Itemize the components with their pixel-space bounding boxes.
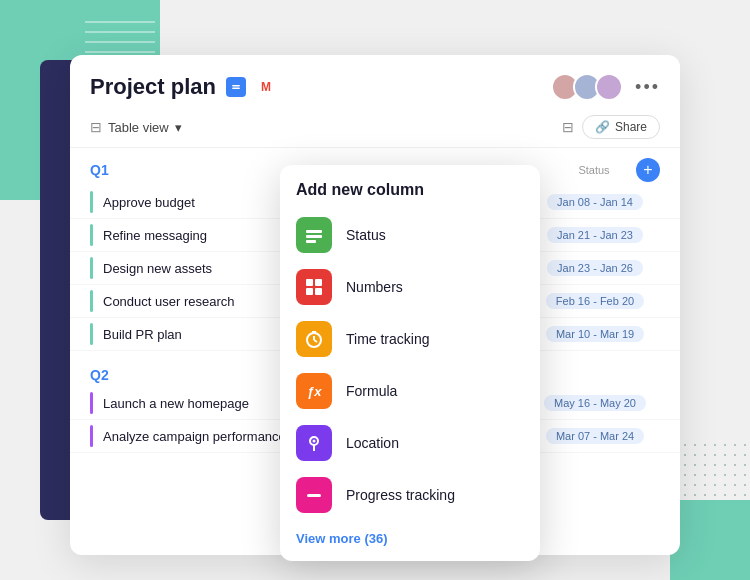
- dropdown-item-progress-tracking[interactable]: Progress tracking: [280, 469, 540, 521]
- formula-label: Formula: [346, 383, 397, 399]
- share-label: Share: [615, 120, 647, 134]
- asana-icon: [226, 77, 246, 97]
- task-timeline: Feb 16 - Feb 20: [530, 293, 660, 309]
- location-label: Location: [346, 435, 399, 451]
- row-border: [90, 290, 93, 312]
- status-icon: [296, 217, 332, 253]
- row-border: [90, 392, 93, 414]
- time-tracking-label: Time tracking: [346, 331, 430, 347]
- timeline-chip: May 16 - May 20: [544, 395, 646, 411]
- svg-line-17: [314, 340, 317, 342]
- task-timeline: May 16 - May 20: [530, 395, 660, 411]
- table-view-selector[interactable]: ⊟ Table view ▾: [90, 119, 182, 135]
- row-border: [90, 425, 93, 447]
- header: Project plan M •••: [70, 55, 680, 111]
- dropdown-item-formula[interactable]: ƒx Formula: [280, 365, 540, 417]
- svg-rect-7: [232, 88, 240, 90]
- row-border: [90, 191, 93, 213]
- svg-text:ƒx: ƒx: [307, 384, 322, 399]
- svg-point-21: [313, 440, 316, 443]
- time-tracking-icon: [296, 321, 332, 357]
- toolbar: ⊟ Table view ▾ ⊟ 🔗 Share: [70, 111, 680, 148]
- numbers-icon: [296, 269, 332, 305]
- header-left: Project plan M: [90, 74, 276, 100]
- svg-rect-9: [306, 235, 322, 238]
- dropdown-item-status[interactable]: Status: [280, 209, 540, 261]
- page-title: Project plan: [90, 74, 216, 100]
- view-more-link[interactable]: View more (36): [296, 531, 388, 546]
- formula-icon: ƒx: [296, 373, 332, 409]
- timeline-chip: Jan 23 - Jan 26: [547, 260, 643, 276]
- svg-rect-5: [230, 81, 242, 93]
- numbers-label: Numbers: [346, 279, 403, 295]
- task-timeline: Jan 23 - Jan 26: [530, 260, 660, 276]
- chevron-icon: ▾: [175, 120, 182, 135]
- svg-rect-8: [306, 230, 322, 233]
- more-options-icon[interactable]: •••: [635, 77, 660, 98]
- svg-rect-11: [306, 279, 313, 286]
- header-right: •••: [551, 73, 660, 101]
- location-icon: [296, 425, 332, 461]
- status-label: Status: [346, 227, 386, 243]
- timeline-chip: Feb 16 - Feb 20: [546, 293, 644, 309]
- progress-tracking-label: Progress tracking: [346, 487, 455, 503]
- svg-rect-23: [307, 494, 321, 497]
- add-column-button[interactable]: +: [636, 158, 660, 182]
- task-timeline: Jan 21 - Jan 23: [530, 227, 660, 243]
- svg-rect-6: [232, 85, 240, 87]
- gmail-icon: M: [256, 77, 276, 97]
- toolbar-right: ⊟ 🔗 Share: [562, 115, 660, 139]
- filter-icon[interactable]: ⊟: [562, 119, 574, 135]
- row-border: [90, 323, 93, 345]
- dropdown-title: Add new column: [280, 181, 540, 209]
- dropdown-item-time-tracking[interactable]: Time tracking: [280, 313, 540, 365]
- row-border: [90, 257, 93, 279]
- view-more-section: View more (36): [280, 521, 540, 551]
- share-button[interactable]: 🔗 Share: [582, 115, 660, 139]
- svg-rect-10: [306, 240, 316, 243]
- svg-rect-13: [306, 288, 313, 295]
- task-timeline: Mar 10 - Mar 19: [530, 326, 660, 342]
- timeline-chip: Mar 10 - Mar 19: [546, 326, 644, 342]
- dropdown-item-numbers[interactable]: Numbers: [280, 261, 540, 313]
- dropdown-item-location[interactable]: Location: [280, 417, 540, 469]
- svg-rect-12: [315, 279, 322, 286]
- q1-label: Q1: [90, 162, 109, 178]
- svg-rect-14: [315, 288, 322, 295]
- avatars-group: [551, 73, 623, 101]
- timeline-chip: Mar 07 - Mar 24: [546, 428, 644, 444]
- avatar-3: [595, 73, 623, 101]
- bg-green-br: [670, 500, 750, 580]
- table-view-label: Table view: [108, 120, 169, 135]
- progress-tracking-icon: [296, 477, 332, 513]
- task-timeline: Mar 07 - Mar 24: [530, 428, 660, 444]
- timeline-chip: Jan 21 - Jan 23: [547, 227, 643, 243]
- row-border: [90, 224, 93, 246]
- table-view-icon: ⊟: [90, 119, 102, 135]
- timeline-chip: Jan 08 - Jan 14: [547, 194, 643, 210]
- status-col-header: Status: [564, 164, 624, 176]
- add-column-dropdown: Add new column Status Numbers: [280, 165, 540, 561]
- share-link-icon: 🔗: [595, 120, 610, 134]
- task-timeline: Jan 08 - Jan 14: [530, 194, 660, 210]
- q2-label: Q2: [90, 367, 109, 383]
